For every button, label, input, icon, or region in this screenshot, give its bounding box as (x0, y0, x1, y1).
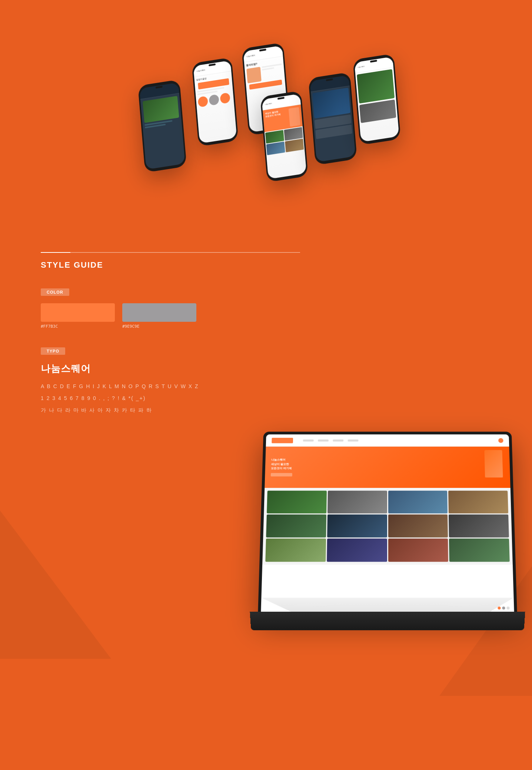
app-nav-item (318, 439, 329, 441)
numbers-row: 1 2 3 4 5 6 7 8 9 0 . , ; ? ! & *( _+) (41, 393, 491, 403)
app-nav-item (348, 439, 359, 441)
phone-mockup-6: 나눔스퀘어 (353, 53, 401, 145)
laptop-screen-inner: 나눔스퀘어세상이 필요한모든것이 여기에 (261, 434, 514, 612)
photo-cell-3 (388, 491, 448, 513)
photo-cell-12 (449, 539, 510, 562)
app-photo-grid (262, 488, 513, 565)
typo-label: TYPO (41, 347, 65, 355)
app-nav-item (333, 439, 343, 441)
color-swatch-gray-group: #9E9C9E (122, 303, 196, 329)
scroll-dot-orange (498, 607, 501, 609)
color-swatch-gray (122, 303, 196, 322)
photo-cell-11 (388, 539, 448, 562)
app-hero-figure (484, 450, 503, 477)
laptop-base (250, 612, 525, 630)
hero-section: 나눔스퀘어 알림마을방 (0, 0, 532, 230)
laptop-screen-outer: 나눔스퀘어세상이 필요한모든것이 여기에 (258, 432, 517, 615)
font-name: 나눔스퀘어 (41, 362, 491, 375)
swatch-gray-label: #9E9C9E (122, 324, 196, 329)
phone-mockup-2: 나눔스퀘어 알림마을방 (192, 57, 238, 146)
color-swatches: #FF7B3C #9E9C9E (41, 303, 491, 329)
alphabet-row: A B C D E F G H I J K L M N O P Q R S T … (41, 381, 491, 391)
app-hero-banner: 나눔스퀘어세상이 필요한모든것이 여기에 (265, 447, 510, 488)
phone-screen-2: 나눔스퀘어 알림마을방 (193, 60, 237, 143)
photo-cell-1 (267, 491, 327, 513)
section-rule (41, 252, 300, 253)
app-hero-text: 나눔스퀘어세상이 필요한모든것이 여기에 (271, 458, 293, 471)
photo-cell-5 (266, 515, 326, 538)
photo-cell-10 (327, 539, 387, 562)
phone-screen-4: 나눔스퀘어 세상이 필요한모든것이 여기에 (262, 94, 307, 179)
phone-screen-1 (139, 83, 185, 170)
photo-cell-2 (327, 491, 387, 513)
page-curl (261, 598, 514, 612)
korean-row: 가 나 다 라 마 바 사 아 자 차 카 타 파 하 (41, 405, 491, 415)
phone-screen-6: 나눔스퀘어 (355, 57, 399, 142)
phone-mockup-4: 나눔스퀘어 세상이 필요한모든것이 여기에 (260, 90, 308, 182)
laptop-section: 나눔스퀘어세상이 필요한모든것이 여기에 (0, 423, 532, 638)
photo-cell-4 (448, 491, 508, 513)
phone-mockup-1 (138, 79, 187, 173)
phone-mockup-5 (308, 72, 357, 165)
font-chars: A B C D E F G H I J K L M N O P Q R S T … (41, 381, 491, 415)
color-label: COLOR (41, 288, 69, 296)
scroll-dots (498, 607, 509, 609)
color-subsection: COLOR #FF7B3C #9E9C9E (41, 288, 491, 329)
photo-cell-7 (388, 515, 448, 538)
style-guide-section: STYLE GUIDE COLOR #FF7B3C #9E9C9E TYPO 나… (0, 230, 532, 452)
app-nav (303, 439, 359, 441)
swatch-orange-label: #FF7B3C (41, 324, 115, 329)
typo-subsection: TYPO 나눔스퀘어 A B C D E F G H I J K L M N O… (41, 347, 491, 415)
scroll-dot-light (506, 607, 509, 609)
photo-cell-8 (449, 515, 509, 538)
photo-cell-6 (327, 515, 387, 538)
app-nav-item (303, 439, 314, 441)
scroll-dot-gray (502, 607, 505, 609)
app-header (266, 434, 509, 447)
laptop-container: 나눔스퀘어세상이 필요한모든것이 여기에 (258, 423, 517, 638)
phone-screen-5 (310, 75, 355, 162)
screen-line (262, 67, 274, 70)
app-logo (272, 437, 293, 443)
phones-container: 나눔스퀘어 알림마을방 (136, 37, 396, 222)
photo-cell-9 (265, 539, 326, 562)
color-swatch-orange-group: #FF7B3C (41, 303, 115, 329)
style-guide-title: STYLE GUIDE (41, 260, 491, 270)
color-swatch-orange (41, 303, 115, 322)
